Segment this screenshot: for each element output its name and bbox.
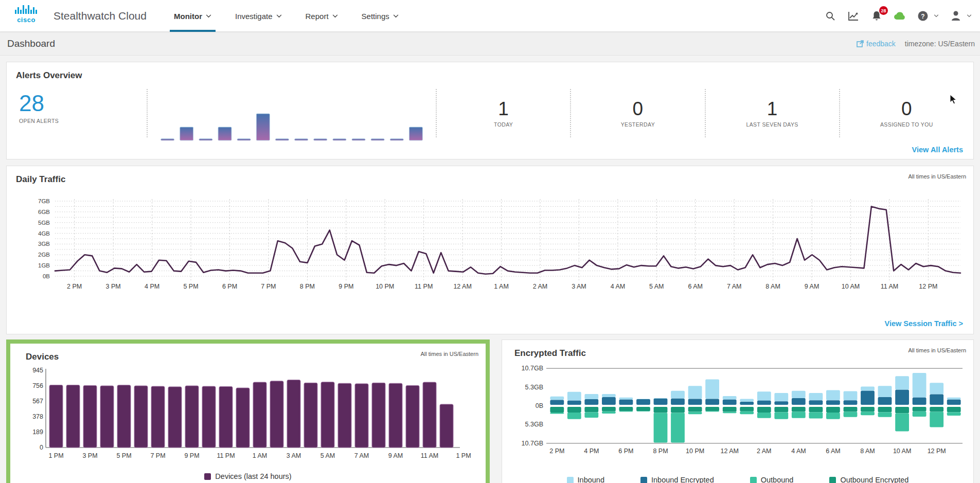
stat-last-seven-days: 1 LAST SEVEN DAYS — [705, 89, 839, 137]
app-root: cisco Stealthwatch Cloud Monitor Investi… — [0, 0, 980, 483]
stat-assigned-to-you-value: 0 — [901, 99, 912, 119]
view-all-alerts-link[interactable]: View All Alerts — [912, 146, 963, 154]
outbound-encrypted-swatch — [829, 477, 836, 483]
encrypted-traffic-times-note: All times in US/Eastern — [908, 347, 966, 353]
alerts-bell-icon[interactable]: 28 — [870, 10, 883, 22]
cisco-logo[interactable]: cisco — [14, 5, 38, 23]
svg-text:6 AM: 6 AM — [826, 448, 841, 455]
svg-text:4 AM: 4 AM — [791, 448, 806, 455]
cloud-status-icon[interactable] — [894, 10, 906, 22]
outbound-encrypted-label: Outbound Encrypted — [840, 476, 908, 483]
svg-text:10 AM: 10 AM — [842, 283, 860, 290]
nav-item-report[interactable]: Report — [306, 0, 338, 32]
stat-today-value: 1 — [498, 99, 509, 119]
svg-text:5.3GB: 5.3GB — [525, 421, 543, 428]
devices-card[interactable]: Devices All times in US/Eastern 94575656… — [6, 339, 490, 483]
svg-text:10.7GB: 10.7GB — [522, 440, 543, 447]
top-navbar: cisco Stealthwatch Cloud Monitor Investi… — [0, 0, 980, 32]
open-alerts-stat: 28 OPEN ALERTS — [7, 85, 147, 145]
svg-text:7 PM: 7 PM — [150, 452, 165, 459]
external-link-icon — [857, 40, 864, 47]
devices-times-note: All times in US/Eastern — [421, 351, 478, 357]
daily-traffic-times-note: All times in US/Eastern — [908, 173, 966, 180]
svg-text:1GB: 1GB — [38, 262, 50, 269]
search-icon[interactable] — [824, 10, 836, 22]
daily-traffic-card: Daily Traffic All times in US/Eastern 7G… — [6, 166, 974, 334]
feedback-label: feedback — [866, 40, 896, 48]
devices-legend-item: Devices (last 24 hours) — [204, 472, 291, 480]
svg-text:8 PM: 8 PM — [653, 448, 668, 455]
svg-text:2GB: 2GB — [38, 252, 50, 258]
user-chevron-icon[interactable] — [967, 14, 972, 17]
svg-text:12 AM: 12 AM — [453, 283, 471, 290]
svg-text:11 PM: 11 PM — [217, 452, 235, 459]
alerts-sparkline-wrap — [148, 85, 436, 145]
svg-text:?: ? — [921, 13, 924, 20]
svg-text:6 PM: 6 PM — [222, 283, 237, 290]
encrypted-traffic-title: Encrypted Traffic — [514, 348, 586, 359]
svg-text:3 PM: 3 PM — [106, 283, 121, 290]
inbound-label: Inbound — [578, 476, 604, 483]
svg-text:3 AM: 3 AM — [572, 283, 586, 290]
svg-text:10 PM: 10 PM — [686, 448, 704, 455]
view-session-traffic-link[interactable]: View Session Traffic > — [885, 319, 963, 328]
nav-item-investigate[interactable]: Investigate — [235, 0, 282, 32]
svg-text:8 AM: 8 AM — [765, 283, 780, 290]
svg-text:5.3GB: 5.3GB — [525, 384, 543, 391]
svg-text:2 AM: 2 AM — [757, 448, 772, 455]
svg-text:2 AM: 2 AM — [533, 283, 548, 290]
devices-legend-label: Devices (last 24 hours) — [215, 472, 291, 480]
main-nav: Monitor Investigate Report Settings — [174, 0, 399, 32]
help-chevron-icon[interactable] — [934, 14, 939, 17]
alerts-overview-row: 28 OPEN ALERTS 1 TODAY 0 YESTERDAY 1 LAS… — [7, 85, 973, 145]
chevron-down-icon — [276, 14, 282, 18]
help-icon[interactable]: ? — [917, 10, 929, 22]
feedback-link[interactable]: feedback — [857, 40, 896, 48]
svg-text:1 PM: 1 PM — [456, 452, 471, 459]
stat-assigned-to-you-label: ASSIGNED TO YOU — [880, 121, 933, 128]
chevron-down-icon — [332, 14, 338, 18]
alerts-count-badge: 28 — [879, 6, 888, 15]
svg-text:1 PM: 1 PM — [48, 452, 63, 459]
svg-text:8 AM: 8 AM — [860, 448, 875, 455]
devices-title: Devices — [26, 352, 59, 362]
outbound-swatch — [750, 477, 757, 483]
svg-text:567: 567 — [32, 398, 43, 405]
activity-chart-icon[interactable] — [847, 10, 860, 22]
daily-traffic-chart: 7GB6GB5GB4GB3GB2GB1GB0B2 PM3 PM4 PM5 PM6… — [14, 195, 968, 300]
stat-yesterday-value: 0 — [633, 99, 644, 119]
svg-text:3 PM: 3 PM — [82, 452, 97, 459]
svg-text:9 PM: 9 PM — [338, 283, 353, 290]
page-header: Dashboard feedback timezone: US/Eastern — [0, 32, 980, 56]
svg-text:7GB: 7GB — [38, 198, 50, 204]
svg-text:0B: 0B — [536, 402, 543, 409]
svg-text:4 PM: 4 PM — [584, 448, 599, 455]
svg-text:11 AM: 11 AM — [881, 283, 899, 290]
cisco-logo-icon — [14, 5, 38, 16]
nav-item-monitor[interactable]: Monitor — [174, 0, 211, 32]
inbound-swatch — [567, 477, 574, 483]
chevron-down-icon — [206, 14, 211, 18]
svg-text:2 PM: 2 PM — [67, 283, 82, 290]
svg-text:6 AM: 6 AM — [688, 283, 703, 290]
svg-text:1 AM: 1 AM — [253, 452, 268, 459]
navbar-actions: 28 ? — [824, 0, 972, 32]
user-icon[interactable] — [950, 10, 962, 22]
legend-item-inbound: Inbound — [567, 476, 604, 483]
mouse-cursor — [950, 94, 958, 104]
legend-item-outbound: Outbound — [750, 476, 794, 483]
open-alerts-value: 28 — [19, 91, 147, 116]
page-header-right: feedback timezone: US/Eastern — [857, 32, 975, 56]
daily-traffic-title: Daily Traffic — [16, 174, 65, 185]
svg-text:756: 756 — [32, 382, 43, 389]
stat-yesterday: 0 YESTERDAY — [570, 89, 704, 137]
svg-text:7 AM: 7 AM — [727, 283, 742, 290]
svg-text:11 AM: 11 AM — [421, 452, 439, 459]
nav-item-settings[interactable]: Settings — [362, 0, 399, 32]
svg-text:2 PM: 2 PM — [549, 448, 564, 455]
svg-text:7 PM: 7 PM — [261, 283, 276, 290]
stat-today: 1 TODAY — [436, 89, 570, 137]
svg-text:4 PM: 4 PM — [145, 283, 159, 290]
svg-text:9 PM: 9 PM — [184, 452, 199, 459]
svg-text:12 AM: 12 AM — [720, 448, 738, 455]
